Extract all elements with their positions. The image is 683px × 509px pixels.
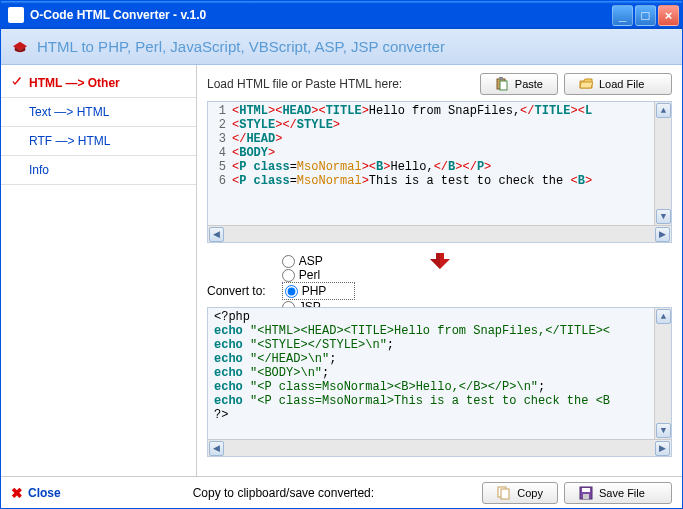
convert-to-label: Convert to: — [207, 284, 266, 298]
code-line: echo "<P class=MsoNormal>This is a test … — [208, 394, 671, 408]
scrollbar-horizontal[interactable]: ◀ ▶ — [208, 225, 671, 242]
header-text: HTML to PHP, Perl, JavaScript, VBScript,… — [37, 38, 445, 55]
scroll-down-icon[interactable]: ▼ — [656, 423, 671, 438]
radio-asp[interactable]: ASP — [282, 254, 355, 268]
sidebar-item-label: RTF —> HTML — [29, 134, 110, 148]
sidebar: HTML —> Other Text —> HTML RTF —> HTML I… — [1, 65, 197, 476]
close-button[interactable]: × — [658, 5, 679, 26]
save-icon — [579, 486, 593, 500]
scroll-left-icon[interactable]: ◀ — [209, 227, 224, 242]
maximize-button[interactable]: □ — [635, 5, 656, 26]
svg-rect-7 — [583, 494, 589, 499]
code-line: echo "<STYLE></STYLE>\n"; — [208, 338, 671, 352]
scroll-up-icon[interactable]: ▲ — [656, 309, 671, 324]
sidebar-item-label: Info — [29, 163, 49, 177]
titlebar[interactable]: O-Code HTML Converter - v.1.0 _ □ × — [1, 1, 682, 29]
app-icon — [8, 7, 24, 23]
scrollbar-vertical[interactable]: ▲ ▼ — [654, 308, 671, 439]
radio-label: PHP — [302, 284, 327, 298]
scroll-down-icon[interactable]: ▼ — [656, 209, 671, 224]
footer: ✖ Close Copy to clipboard/save converted… — [1, 476, 682, 508]
radio-label: Perl — [299, 268, 320, 282]
code-line: 1<HTML><HEAD><TITLE>Hello from SnapFiles… — [208, 104, 671, 118]
scroll-up-icon[interactable]: ▲ — [656, 103, 671, 118]
scroll-right-icon[interactable]: ▶ — [655, 227, 670, 242]
output-code-panel: <?phpecho "<HTML><HEAD><TITLE>Hello from… — [207, 307, 672, 457]
code-line: 6<P class=MsoNormal>This is a test to ch… — [208, 174, 671, 188]
copy-label: Copy — [517, 487, 543, 499]
code-line: echo "</HEAD>\n"; — [208, 352, 671, 366]
radio-perl[interactable]: Perl — [282, 268, 355, 282]
body: HTML —> Other Text —> HTML RTF —> HTML I… — [1, 65, 682, 476]
copy-button[interactable]: Copy — [482, 482, 558, 504]
sidebar-item-info[interactable]: Info — [1, 156, 196, 185]
svg-rect-1 — [500, 81, 507, 90]
code-line: ?> — [208, 408, 671, 422]
convert-to-row: Convert to: ASPPerlPHPJSPJavaScript — [207, 279, 672, 303]
svg-rect-4 — [501, 489, 509, 499]
code-line: echo "<P class=MsoNormal><B>Hello,</B></… — [208, 380, 671, 394]
radio-php[interactable]: PHP — [282, 282, 355, 300]
scrollbar-horizontal[interactable]: ◀ ▶ — [208, 439, 671, 456]
code-line: 4<BODY> — [208, 146, 671, 160]
code-line: 3</HEAD> — [208, 132, 671, 146]
hat-icon — [11, 40, 29, 54]
code-line: echo "<BODY>\n"; — [208, 366, 671, 380]
save-file-label: Save File — [599, 487, 645, 499]
scrollbar-vertical[interactable]: ▲ ▼ — [654, 102, 671, 225]
close-label: Close — [28, 486, 61, 500]
sidebar-item-rtf-html[interactable]: RTF —> HTML — [1, 127, 196, 156]
load-label: Load HTML file or Paste HTML here: — [207, 77, 474, 91]
paste-label: Paste — [515, 78, 543, 90]
sidebar-item-label: Text —> HTML — [29, 105, 109, 119]
save-file-button[interactable]: Save File — [564, 482, 672, 504]
titlebar-buttons: _ □ × — [612, 5, 679, 26]
copy-icon — [497, 486, 511, 500]
paste-button[interactable]: Paste — [480, 73, 558, 95]
scroll-left-icon[interactable]: ◀ — [209, 441, 224, 456]
minimize-button[interactable]: _ — [612, 5, 633, 26]
code-line: <?php — [208, 310, 671, 324]
arrow-down-icon — [430, 253, 450, 269]
code-line: 2<STYLE></STYLE> — [208, 118, 671, 132]
top-toolbar: Load HTML file or Paste HTML here: Paste… — [207, 71, 672, 97]
app-window: O-Code HTML Converter - v.1.0 _ □ × HTML… — [0, 0, 683, 509]
svg-rect-2 — [499, 77, 503, 80]
paste-icon — [495, 77, 509, 91]
titlebar-text: O-Code HTML Converter - v.1.0 — [28, 8, 612, 22]
close-link[interactable]: ✖ Close — [11, 485, 61, 501]
load-file-label: Load File — [599, 78, 644, 90]
source-code-area[interactable]: 1<HTML><HEAD><TITLE>Hello from SnapFiles… — [208, 102, 671, 225]
header-bar: HTML to PHP, Perl, JavaScript, VBScript,… — [1, 29, 682, 65]
sidebar-item-html-other[interactable]: HTML —> Other — [1, 69, 196, 98]
code-line: 5<P class=MsoNormal><B>Hello,</B></P> — [208, 160, 671, 174]
sidebar-item-text-html[interactable]: Text —> HTML — [1, 98, 196, 127]
source-code-panel: 1<HTML><HEAD><TITLE>Hello from SnapFiles… — [207, 101, 672, 243]
main-pane: Load HTML file or Paste HTML here: Paste… — [197, 65, 682, 476]
folder-open-icon — [579, 77, 593, 91]
footer-label: Copy to clipboard/save converted: — [67, 486, 477, 500]
radio-label: ASP — [299, 254, 323, 268]
svg-rect-6 — [582, 488, 590, 492]
output-code-area[interactable]: <?phpecho "<HTML><HEAD><TITLE>Hello from… — [208, 308, 671, 439]
sidebar-item-label: HTML —> Other — [29, 76, 120, 90]
code-line: echo "<HTML><HEAD><TITLE>Hello from Snap… — [208, 324, 671, 338]
load-file-button[interactable]: Load File — [564, 73, 672, 95]
close-x-icon: ✖ — [11, 485, 23, 501]
scroll-right-icon[interactable]: ▶ — [655, 441, 670, 456]
